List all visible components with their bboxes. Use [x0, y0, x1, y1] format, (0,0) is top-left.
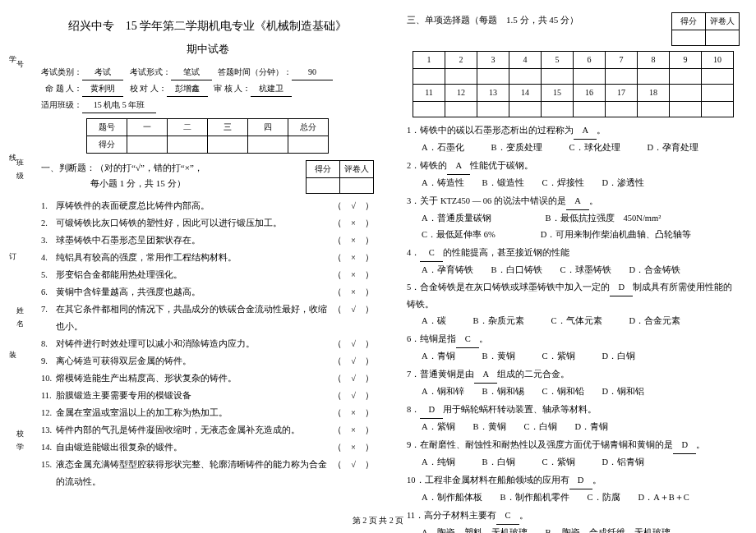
markbox-cell[interactable] — [672, 30, 706, 46]
score-table: 题号 一 二 三 四 总分 得分 — [86, 118, 329, 154]
mcq-item: 10．工程非金属材料在船舶领域的应用有D。 — [407, 472, 740, 489]
mcq-answer-blank: D — [420, 402, 443, 419]
grid-head — [702, 85, 734, 102]
score-cell[interactable] — [248, 136, 288, 153]
tf-text: 厚铸铁件的表面硬度总比铸件内部高。 — [56, 197, 333, 214]
exam-title: 绍兴中专 15 学年第二学期机电专业《机械制造基础》 — [41, 16, 374, 36]
meta-1av: 考试 — [82, 64, 123, 80]
mcq-options: A．孕育铸铁 B．白口铸铁 C．球墨铸铁 D．合金铸铁 — [407, 262, 740, 278]
tf-answer: （ √ ） — [333, 352, 374, 370]
grid-head: 15 — [542, 85, 574, 102]
tf-answer: （ × ） — [333, 421, 374, 439]
markbox-cell[interactable] — [706, 30, 740, 46]
meta-2av: 黄利明 — [82, 80, 123, 97]
mcq-stem: 工程非金属材料在船舶领域的应用有 — [425, 476, 569, 485]
tf-num: 15. — [41, 456, 56, 490]
grid-cell[interactable] — [574, 102, 606, 117]
tf-num: 11. — [41, 387, 56, 404]
tf-answer: （ × ） — [333, 214, 374, 232]
score-h4: 四 — [248, 118, 288, 136]
mcq-answer-blank: C — [456, 331, 479, 348]
grid-cell[interactable] — [445, 102, 477, 117]
mcq-num: 2． — [407, 161, 420, 170]
grid-cell[interactable] — [702, 102, 734, 117]
meta-1cv: 90 — [292, 64, 333, 80]
mcq-options: C．最低延伸率 6% D．可用来制作柴油机曲轴、凸轮轴等 — [407, 227, 740, 243]
grid-head: 14 — [509, 85, 542, 102]
score-cell[interactable] — [288, 136, 329, 153]
tf-item: 1.厚铸铁件的表面硬度总比铸件内部高。（ √ ） — [41, 197, 374, 214]
score-cell[interactable] — [208, 136, 248, 153]
markbox-cell[interactable] — [307, 177, 340, 193]
tf-answer: （ × ） — [333, 266, 374, 283]
grid-cell[interactable] — [670, 69, 702, 85]
grid-cell[interactable] — [638, 69, 670, 85]
tf-answer: （ √ ） — [333, 335, 374, 352]
mcq-tail: 的性能提高，甚至接近钢的性能 — [443, 248, 569, 257]
grid-cell[interactable] — [574, 69, 606, 85]
score-cell[interactable] — [168, 136, 208, 153]
markbox-cell[interactable] — [340, 177, 374, 193]
mcq-num: 9． — [407, 440, 420, 449]
meta-2c: 审 核 人： — [214, 84, 251, 93]
tf-num: 8. — [41, 335, 56, 352]
mcq-stem: 铸铁中的碳以石墨形态析出的过程称为 — [420, 126, 574, 135]
grid-cell[interactable] — [413, 102, 445, 117]
spine-xue: 学 — [7, 49, 20, 54]
grid-cell[interactable] — [413, 69, 445, 85]
tf-num: 5. — [41, 266, 56, 283]
mcq-item: 2．铸铁的A性能优于碳钢。 — [407, 158, 740, 175]
tf-num: 13. — [41, 421, 56, 439]
meta-line-2: 命 题 人：黄利明 校 对 人：彭增鑫 审 核 人：杭建卫 — [41, 80, 374, 97]
grid-cell[interactable] — [606, 102, 638, 117]
grid-cell[interactable] — [509, 102, 542, 117]
markbox-b2: 评卷人 — [706, 13, 740, 30]
grid-cell[interactable] — [445, 69, 477, 85]
tf-answer: （ √ ） — [333, 370, 374, 387]
tf-num: 1. — [41, 197, 56, 214]
score-cell[interactable] — [127, 136, 168, 153]
grid-cell[interactable] — [509, 69, 542, 85]
mcq-item: 8．D用于蜗轮蜗杆转动装置、轴承等材料。 — [407, 402, 740, 419]
tf-answer: （ × ） — [333, 404, 374, 421]
grid-cell[interactable] — [638, 102, 670, 117]
mcq-tail: 。 — [589, 196, 598, 205]
tf-text: 铸件内部的气孔是铸件凝固收缩时，无液态金属补充造成的。 — [56, 421, 333, 439]
grid-cell[interactable] — [542, 102, 574, 117]
grid-head: 6 — [574, 52, 606, 69]
tf-item: 6.黄铜中含锌量越高，共强度也越高。（ × ） — [41, 283, 374, 301]
mcq-num: 7． — [407, 370, 420, 379]
meta-line-1: 考试类别：考试 考试形式：笔试 答题时间（分钟）：90 — [41, 64, 374, 80]
grid-head: 1 — [413, 52, 445, 69]
score-h2: 二 — [168, 118, 208, 136]
tf-item: 7.在其它条件都相同的情况下，共晶成分的铁碳合金流动性最好，收缩也小。（ √ ） — [41, 301, 374, 335]
grid-cell[interactable] — [477, 102, 509, 117]
mcq-num: 8． — [407, 405, 420, 414]
binding-spine: 号 学 班级 线 订 姓名 装 校学 — [0, 0, 25, 509]
grid-cell[interactable] — [542, 69, 574, 85]
spine-ding: 订 — [7, 246, 20, 251]
grid-cell[interactable] — [477, 69, 509, 85]
section-1-head: 一、判断题：（对的打“√”，错的打“×”， 每小题 1 分，共 15 分） 得分… — [41, 160, 374, 194]
mcq-options: A．紫铜 B．黄铜 C．白铜 D．青铜 — [407, 419, 740, 435]
meta-2cv: 杭建卫 — [251, 80, 292, 97]
mcq-answer-blank: A — [574, 122, 597, 140]
spine-zhuang: 装 — [7, 345, 20, 350]
grid-cell[interactable] — [670, 102, 702, 117]
meta-1c: 答题时间（分钟）： — [218, 67, 292, 76]
tf-answer: （ √ ） — [333, 197, 374, 214]
grid-cell[interactable] — [702, 69, 734, 85]
mcq-item: 5．合金铸铁是在灰口铸铁或球墨铸铁中加入一定的D制成具有所需使用性能的铸铁。 — [407, 279, 740, 313]
mcq-stem: 合金铸铁是在灰口铸铁或球墨铸铁中加入一定的 — [420, 283, 610, 292]
mcq-answer-blank: A — [566, 193, 589, 210]
mark-box-1: 得分评卷人 — [306, 160, 374, 194]
mcq-answer-blank: C — [420, 245, 443, 262]
tf-text: 在其它条件都相同的情况下，共晶成分的铁碳合金流动性最好，收缩也小。 — [56, 301, 333, 335]
grid-head: 16 — [574, 85, 606, 102]
mcq-item: 1．铸铁中的碳以石墨形态析出的过程称为A。 — [407, 122, 740, 140]
mcq-options: A．普通质量碳钢 B．最低抗拉强度 450N/mm² — [407, 210, 740, 227]
mcq-num: 6． — [407, 334, 420, 343]
tf-item: 5.形变铝合金都能用热处理强化。（ × ） — [41, 266, 374, 283]
grid-cell[interactable] — [606, 69, 638, 85]
tf-list: 1.厚铸铁件的表面硬度总比铸件内部高。（ √ ）2.可锻铸铁比灰口铸铁的塑性好，… — [41, 197, 374, 490]
